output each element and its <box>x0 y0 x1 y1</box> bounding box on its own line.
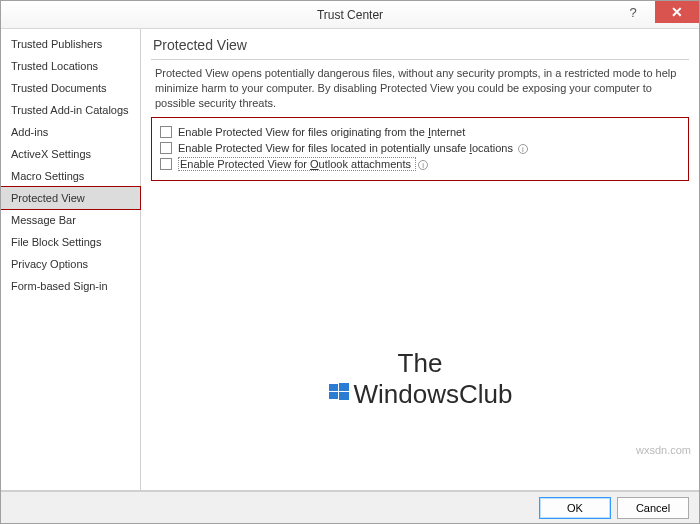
option-label: Enable Protected View for Outlook attach… <box>178 158 428 170</box>
svg-rect-1 <box>339 383 349 391</box>
sidebar-item-trusted-documents[interactable]: Trusted Documents <box>1 77 140 99</box>
sidebar-item-macro-settings[interactable]: Macro Settings <box>1 165 140 187</box>
option-label: Enable Protected View for files originat… <box>178 126 465 138</box>
trust-center-window: Trust Center ? ✕ Trusted Publishers Trus… <box>0 0 700 524</box>
watermark: The WindowsClub <box>141 348 699 410</box>
cancel-button[interactable]: Cancel <box>617 497 689 519</box>
category-sidebar: Trusted Publishers Trusted Locations Tru… <box>1 29 141 490</box>
section-title: Protected View <box>151 35 689 60</box>
window-title: Trust Center <box>1 8 699 22</box>
sidebar-item-trusted-locations[interactable]: Trusted Locations <box>1 55 140 77</box>
option-unsafe-locations[interactable]: Enable Protected View for files located … <box>160 140 680 156</box>
option-outlook-attachments[interactable]: Enable Protected View for Outlook attach… <box>160 156 680 172</box>
sidebar-item-activex-settings[interactable]: ActiveX Settings <box>1 143 140 165</box>
svg-rect-3 <box>339 392 349 400</box>
section-description: Protected View opens potentially dangero… <box>151 66 689 117</box>
protected-view-options: Enable Protected View for files originat… <box>151 117 689 181</box>
sidebar-item-form-based-signin[interactable]: Form-based Sign-in <box>1 275 140 297</box>
checkbox-icon <box>160 142 172 154</box>
close-button[interactable]: ✕ <box>655 1 699 23</box>
sidebar-item-protected-view[interactable]: Protected View <box>1 186 141 210</box>
windowsclub-logo-icon <box>328 379 350 410</box>
help-button[interactable]: ? <box>611 1 655 23</box>
sidebar-item-trusted-publishers[interactable]: Trusted Publishers <box>1 33 140 55</box>
option-label: Enable Protected View for files located … <box>178 142 528 154</box>
ok-button[interactable]: OK <box>539 497 611 519</box>
checkbox-icon <box>160 158 172 170</box>
info-icon[interactable]: i <box>518 144 528 154</box>
svg-rect-0 <box>329 384 338 391</box>
titlebar-controls: ? ✕ <box>611 1 699 23</box>
checkbox-icon <box>160 126 172 138</box>
titlebar: Trust Center ? ✕ <box>1 1 699 29</box>
sidebar-item-file-block-settings[interactable]: File Block Settings <box>1 231 140 253</box>
dialog-body: Trusted Publishers Trusted Locations Tru… <box>1 29 699 491</box>
source-tag: wxsdn.com <box>636 444 691 456</box>
svg-rect-2 <box>329 392 338 399</box>
sidebar-item-privacy-options[interactable]: Privacy Options <box>1 253 140 275</box>
info-icon[interactable]: i <box>418 160 428 170</box>
watermark-line2: WindowsClub <box>328 379 513 410</box>
content-pane: Protected View Protected View opens pote… <box>141 29 699 490</box>
option-internet-files[interactable]: Enable Protected View for files originat… <box>160 124 680 140</box>
sidebar-item-message-bar[interactable]: Message Bar <box>1 209 140 231</box>
sidebar-item-addins[interactable]: Add-ins <box>1 121 140 143</box>
watermark-line1: The <box>141 348 699 379</box>
sidebar-item-trusted-addin-catalogs[interactable]: Trusted Add-in Catalogs <box>1 99 140 121</box>
dialog-footer: OK Cancel <box>1 491 699 523</box>
